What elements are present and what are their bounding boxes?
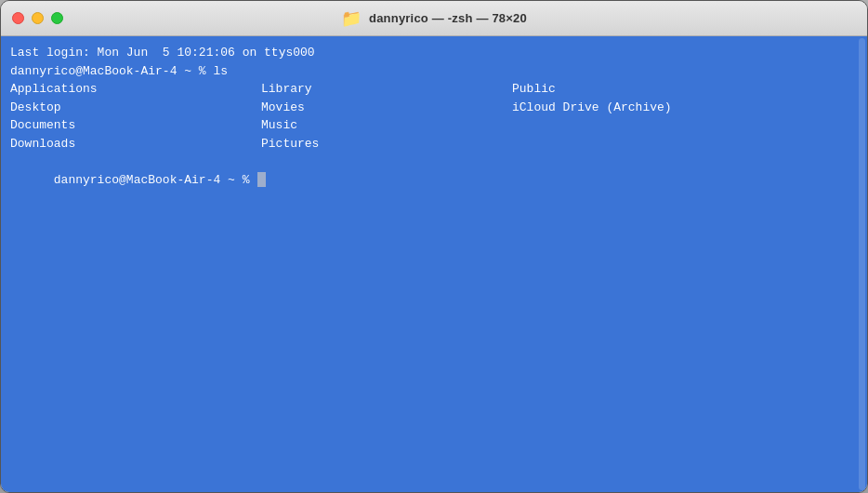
scrollbar[interactable] xyxy=(859,38,865,490)
window-title: dannyrico — -zsh — 78×20 xyxy=(369,11,527,25)
ls-col3-row3 xyxy=(512,116,858,135)
ls-col3-row4 xyxy=(512,135,858,153)
prompt-ls: dannyrico@MacBook-Air-4 ~ % ls xyxy=(10,62,858,81)
ls-col2-row3: Music xyxy=(261,116,512,135)
login-line: Last login: Mon Jun 5 10:21:06 on ttys00… xyxy=(10,44,858,62)
ls-col1-row1: Applications xyxy=(10,80,261,99)
ls-col2-row4: Pictures xyxy=(261,135,512,153)
cursor-block xyxy=(257,172,266,187)
maximize-button[interactable] xyxy=(51,12,63,24)
ls-col3-row2: iCloud Drive (Archive) xyxy=(512,99,858,117)
title-bar: 📁 dannyrico — -zsh — 78×20 xyxy=(1,1,867,36)
ls-col2-row1: Library xyxy=(261,80,512,99)
terminal-window: 📁 dannyrico — -zsh — 78×20 Last login: M… xyxy=(0,0,868,493)
close-button[interactable] xyxy=(12,12,24,24)
minimize-button[interactable] xyxy=(32,12,44,24)
ls-col2-row2: Movies xyxy=(261,99,512,117)
ls-col1-row2: Desktop xyxy=(10,99,261,117)
prompt-current: dannyrico@MacBook-Air-4 ~ % xyxy=(10,153,858,207)
ls-col1-row3: Documents xyxy=(10,116,261,135)
folder-icon: 📁 xyxy=(341,8,362,29)
ls-output: Applications Library Public Desktop Movi… xyxy=(10,80,858,153)
terminal-body[interactable]: Last login: Mon Jun 5 10:21:06 on ttys00… xyxy=(1,36,867,492)
ls-col1-row4: Downloads xyxy=(10,135,261,153)
ls-col3-row1: Public xyxy=(512,80,858,99)
title-bar-content: 📁 dannyrico — -zsh — 78×20 xyxy=(341,8,527,29)
traffic-lights xyxy=(12,12,63,24)
